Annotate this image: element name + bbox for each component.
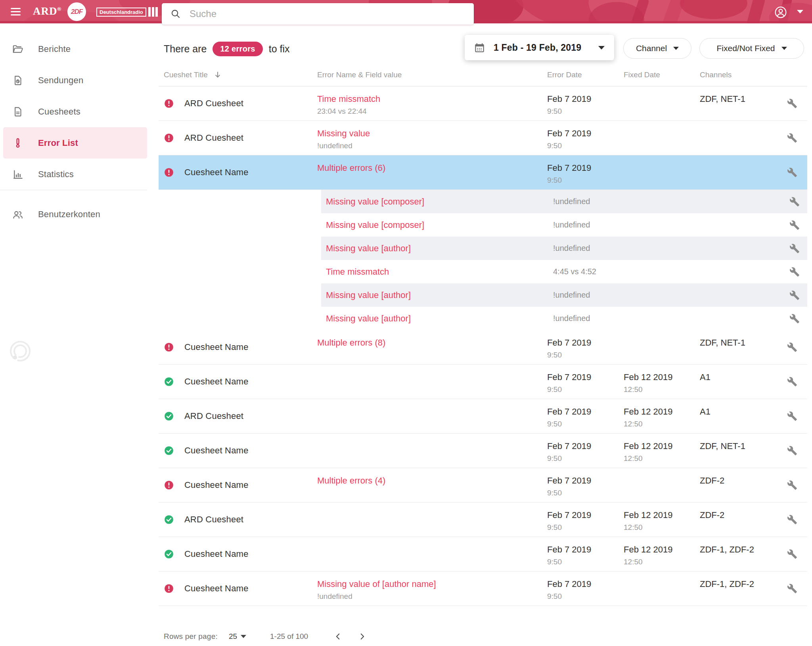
channel-filter-dropdown[interactable]: Channel [623,38,691,59]
sub-error-row[interactable]: Missing value [composer] !undefined [159,213,807,237]
table-row[interactable]: Cuesheet Name Feb 7 2019 9:50 Feb 12 201… [159,434,807,468]
table-row[interactable]: Cuesheet Name Feb 7 2019 9:50 Feb 12 201… [159,537,807,571]
column-header-cuesheet-title[interactable]: Cueshet Title [159,71,317,79]
table-row[interactable]: ARD Cuesheet Missing value !undefined Fe… [159,121,807,155]
error-name: Missing value of [author name] [317,579,547,589]
error-status-icon [164,98,174,109]
error-time: 9:50 [547,107,624,116]
wrench-icon [787,514,797,525]
fix-wrench-button[interactable] [784,477,800,493]
calendar-icon [474,42,485,53]
error-date: Feb 7 2019 [547,441,624,451]
fixed-time: 12:50 [624,523,700,532]
next-page-button[interactable] [355,629,369,644]
fix-wrench-button[interactable] [784,408,800,424]
fix-wrench-button[interactable] [787,194,802,210]
fix-wrench-button[interactable] [784,546,800,562]
fix-wrench-button[interactable] [784,130,800,146]
column-header-error-name[interactable]: Error Name & Field value [317,71,547,79]
fixed-date: Feb 12 2019 [624,545,700,555]
table-row[interactable]: Cuesheet Name Multiple errors (8) Feb 7 … [159,330,807,365]
fix-wrench-button[interactable] [787,217,802,233]
table-row[interactable]: Cuesheet Name Multiple errors (6) Feb 7 … [159,155,807,190]
date-range-picker[interactable]: 1 Feb - 19 Feb, 2019 [465,35,614,60]
fix-wrench-button[interactable] [787,241,802,256]
sub-error-row[interactable]: Missing value [author] !undefined [159,307,807,330]
search-input[interactable] [190,8,459,19]
error-field-value: !undefined [317,141,547,150]
sidebar-item-berichte[interactable]: Berichte [3,33,147,65]
fix-wrench-button[interactable] [787,287,802,303]
sub-error-name: Missing value [author] [321,243,411,254]
sidebar-item-error-list[interactable]: Error List [3,127,147,159]
error-name: Missing value [317,128,547,139]
table-row[interactable]: Cuesheet Name Multiple errors (4) Feb 7 … [159,468,807,503]
fixed-date: Feb 12 2019 [624,372,700,382]
wrench-icon [787,342,797,352]
fixed-status-icon [164,411,174,421]
date-range-value: 1 Feb - 19 Feb, 2019 [494,42,581,53]
ripple-watermark-icon [8,340,33,365]
wrench-icon [787,445,797,456]
folder-open-icon [12,43,24,55]
fix-wrench-button[interactable] [784,374,800,390]
table-row[interactable]: ARD Cuesheet Feb 7 2019 9:50 Feb 12 2019… [159,399,807,434]
sort-descending-icon [213,71,222,79]
channels-value: ZDF-1, ZDF-2 [700,545,777,555]
error-table: Cueshet Title Error Name & Field value E… [159,63,807,606]
sidebar-item-cuesheets[interactable]: Cuesheets [3,96,147,127]
fix-wrench-button[interactable] [784,443,800,459]
error-name: Time missmatch [317,94,547,104]
error-date: Feb 7 2019 [547,579,624,589]
fix-wrench-button[interactable] [784,96,800,111]
account-caret-icon[interactable] [797,10,803,13]
error-time: 9:50 [547,420,624,428]
table-row[interactable]: ARD Cuesheet Time missmatch 23:04 vs 22:… [159,86,807,121]
account-icon[interactable] [774,6,787,19]
sidebar-item-label: Sendungen [38,75,83,86]
sub-error-row[interactable]: Missing value [composer] !undefined [159,190,807,213]
column-header-error-date[interactable]: Error Date [547,71,624,79]
sub-error-row[interactable]: Time missmatch 4:45 vs 4:52 [159,260,807,283]
chevron-down-icon [598,46,605,50]
error-status-icon [164,167,174,178]
fix-wrench-button[interactable] [784,512,800,528]
chevron-down-icon [241,635,246,638]
fix-wrench-button[interactable] [787,264,802,280]
sidebar-item-statistics[interactable]: Statistics [3,159,147,190]
fix-wrench-button[interactable] [787,311,802,327]
pagination-bar: Rows per page: 25 1-25 of 100 [164,628,369,645]
cuesheet-title: Cuesheet Name [184,342,249,352]
fixed-filter-dropdown[interactable]: Fixed/Not Fixed [699,38,804,59]
table-row[interactable]: ARD Cuesheet Feb 7 2019 9:50 Feb 12 2019… [159,503,807,537]
fix-wrench-button[interactable] [784,581,800,596]
wrench-icon [789,290,800,300]
channels-value: ZDF, NET-1 [700,338,777,348]
main-content: There are 12 errors to fix 1 Feb - 19 Fe… [151,23,812,646]
sub-error-row[interactable]: Missing value [author] !undefined [159,283,807,307]
fixed-time: 12:50 [624,385,700,394]
error-date: Feb 7 2019 [547,163,624,173]
fixed-status-icon [164,514,174,525]
column-header-fixed-date[interactable]: Fixed Date [624,71,700,79]
fix-wrench-button[interactable] [784,339,800,355]
report-document-icon [12,75,24,86]
rows-per-page-select[interactable]: 25 [229,632,246,641]
error-field-value: !undefined [317,592,547,601]
menu-icon[interactable] [11,7,21,17]
channels-value: ZDF, NET-1 [700,441,777,451]
table-row[interactable]: Cuesheet Name Missing value of [author n… [159,571,807,606]
column-label: Channels [700,71,732,79]
column-label: Cueshet Title [164,71,208,79]
fix-wrench-button[interactable] [784,164,800,180]
column-header-channels[interactable]: Channels [700,71,777,79]
error-time: 9:50 [547,141,624,150]
fixed-status-icon [164,549,174,559]
sidebar-item-benutzerkonten[interactable]: Benutzerkonten [3,199,147,230]
previous-page-button[interactable] [331,629,345,644]
table-row[interactable]: Cuesheet Name Feb 7 2019 9:50 Feb 12 201… [159,365,807,399]
sidebar-item-sendungen[interactable]: Sendungen [3,65,147,96]
wrench-icon [787,98,797,109]
sub-error-row[interactable]: Missing value [author] !undefined [159,237,807,260]
cuesheet-title: ARD Cuesheet [184,514,243,525]
